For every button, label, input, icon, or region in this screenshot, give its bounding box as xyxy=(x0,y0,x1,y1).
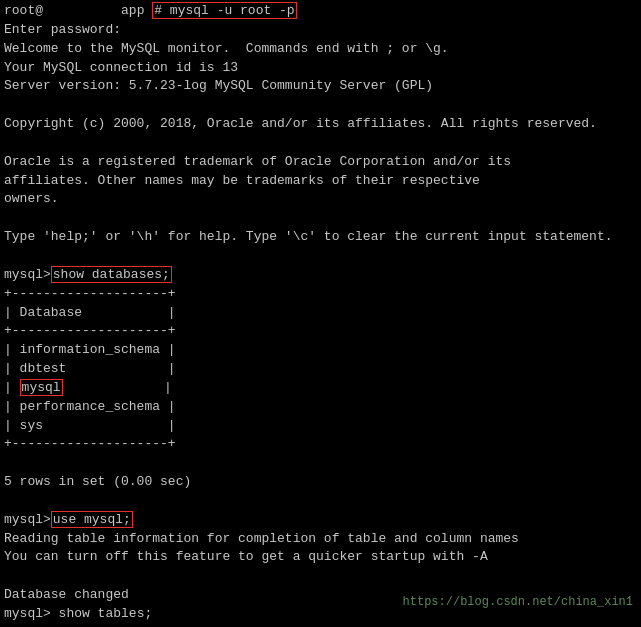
hostname xyxy=(43,3,105,18)
line-oracle1: Oracle is a registered trademark of Orac… xyxy=(4,153,637,172)
line-oracle2: affiliates. Other names may be trademark… xyxy=(4,172,637,191)
line-db-sys: | sys | xyxy=(4,417,637,436)
line-enter-pw: Enter password: xyxy=(4,21,637,40)
line-table-sep: +--------------------+ xyxy=(4,322,637,341)
line-copyright: Copyright (c) 2000, 2018, Oracle and/or … xyxy=(4,115,637,134)
line-show-db: mysql>show databases; xyxy=(4,266,637,285)
line-reading: Reading table information for completion… xyxy=(4,530,637,549)
line-table-top: +--------------------+ xyxy=(4,285,637,304)
line-rows-set: 5 rows in set (0.00 sec) xyxy=(4,473,637,492)
root-label: root@ xyxy=(4,3,43,18)
line-type-help: Type 'help;' or '\h' for help. Type '\c'… xyxy=(4,228,637,247)
use-mysql-highlight: use mysql; xyxy=(51,511,133,528)
line-db-dbtest: | dbtest | xyxy=(4,360,637,379)
line-blank2 xyxy=(4,134,637,153)
line-db-mysql: | mysql | xyxy=(4,379,637,398)
line-db-info: | information_schema | xyxy=(4,341,637,360)
show-tables-cmd: show tables; xyxy=(51,606,152,621)
line-blank7 xyxy=(4,567,637,586)
line-turn-off: You can turn off this feature to get a q… xyxy=(4,548,637,567)
mysql-cmd-highlight: # mysql -u root -p xyxy=(152,2,296,19)
line-blank3 xyxy=(4,209,637,228)
line-blank1 xyxy=(4,96,637,115)
mysql-prompt-3: mysql> xyxy=(4,606,51,621)
terminal-window: root@ app # mysql -u root -p Enter passw… xyxy=(0,0,641,627)
line-conn-id: Your MySQL connection id is 13 xyxy=(4,59,637,78)
line-db-perf: | performance_schema | xyxy=(4,398,637,417)
app-label: app xyxy=(105,3,152,18)
line-server-ver: Server version: 5.7.23-log MySQL Communi… xyxy=(4,77,637,96)
mysql-prompt-2: mysql> xyxy=(4,512,51,527)
line-welcome: Welcome to the MySQL monitor. Commands e… xyxy=(4,40,637,59)
pipe-before: | xyxy=(4,380,20,395)
line-root-cmd: root@ app # mysql -u root -p xyxy=(4,2,637,21)
show-db-highlight: show databases; xyxy=(51,266,172,283)
spaces-after: | xyxy=(63,380,172,395)
line-blank6 xyxy=(4,492,637,511)
line-table-header: | Database | xyxy=(4,304,637,323)
line-blank4 xyxy=(4,247,637,266)
line-blank5 xyxy=(4,454,637,473)
watermark: https://blog.csdn.net/china_xin1 xyxy=(403,595,633,609)
line-table-bot: +--------------------+ xyxy=(4,435,637,454)
mysql-prompt-1: mysql> xyxy=(4,267,51,282)
line-oracle3: owners. xyxy=(4,190,637,209)
line-use-mysql: mysql>use mysql; xyxy=(4,511,637,530)
mysql-db-highlight: mysql xyxy=(20,379,63,396)
